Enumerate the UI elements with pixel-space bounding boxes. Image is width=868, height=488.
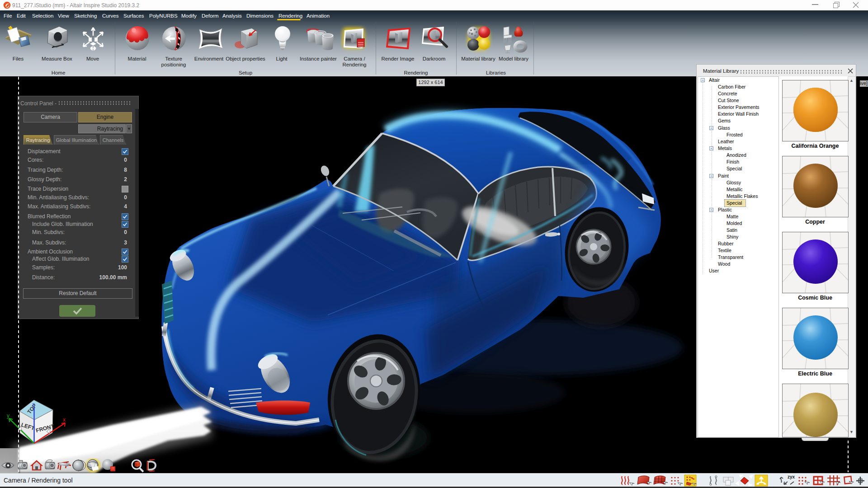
svg-text:x: x xyxy=(63,417,66,423)
svg-text:y: y xyxy=(7,413,9,419)
svg-text:zyx: zyx xyxy=(788,474,795,479)
svg-text:z: z xyxy=(32,402,35,408)
